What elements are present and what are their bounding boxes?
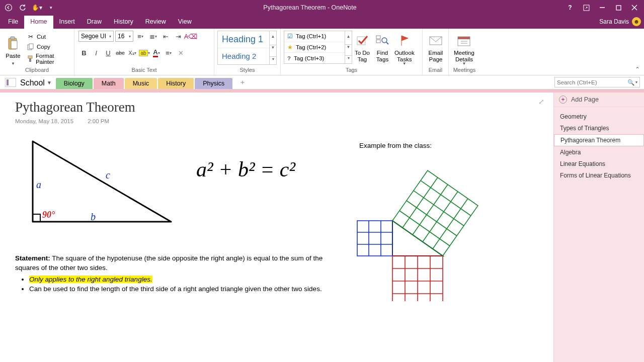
paste-icon — [5, 36, 21, 52]
touch-mode-icon[interactable]: ✋▾ — [30, 2, 43, 14]
underline-button[interactable]: U — [103, 48, 114, 58]
page-item-forms-of-linear-equations[interactable]: Forms of Linear Equations — [554, 170, 644, 181]
page-item-geometry[interactable]: Geometry — [554, 111, 644, 122]
subscript-button[interactable]: X₂▾ — [127, 48, 138, 58]
format-painter-button[interactable]: Format Painter — [25, 52, 71, 66]
maximize-icon[interactable] — [611, 2, 626, 14]
group-label-styles: Styles — [217, 66, 277, 75]
collapse-ribbon-icon[interactable]: ⌃ — [635, 66, 640, 73]
styles-up[interactable]: ▲ — [270, 34, 276, 39]
tags-more[interactable]: ▾ — [345, 55, 352, 60]
svg-text:c: c — [106, 169, 110, 180]
outdent-button[interactable]: ⇤ — [160, 31, 171, 41]
delete-button[interactable]: ✕ — [175, 48, 186, 58]
align-button[interactable]: ≡▾ — [163, 48, 174, 58]
tab-review[interactable]: Review — [139, 16, 172, 29]
paste-button[interactable]: Paste ▼ — [3, 30, 23, 66]
meeting-details-button[interactable]: Meeting Details▼ — [452, 30, 476, 66]
pages-pane: + Add Page Geometry Types of Triangles P… — [553, 93, 644, 362]
todo-tag-button[interactable]: To Do Tag — [352, 30, 372, 66]
bullets-button[interactable]: ≡▾ — [135, 31, 146, 41]
outlook-tasks-button[interactable]: Outlook Tasks▼ — [392, 30, 417, 66]
tags-gallery[interactable]: ☑Tag (Ctrl+1) ★Tag (Ctrl+2) ?Tag (Ctrl+3… — [284, 31, 345, 64]
page-date: Monday, May 18, 2015 — [15, 118, 73, 124]
group-label-clipboard: Clipboard — [3, 66, 71, 75]
section-tab-biology[interactable]: Biology — [56, 78, 93, 89]
undo-icon[interactable] — [16, 2, 29, 14]
clear-format-button[interactable]: A⌫ — [185, 31, 196, 41]
tags-up[interactable]: ▲ — [345, 34, 352, 39]
question-icon: ? — [287, 55, 291, 61]
statement-block[interactable]: Statement: The square of the hypotenuse … — [15, 254, 327, 294]
window-title: Pythagorean Theorem - OneNote — [57, 4, 562, 11]
styles-gallery[interactable]: Heading 1 Heading 2 — [217, 31, 270, 65]
tab-view[interactable]: View — [172, 16, 198, 29]
page-item-pythagorean-theorem[interactable]: Pythagorean Theorem — [554, 134, 644, 146]
svg-rect-12 — [29, 58, 31, 62]
section-tab-music[interactable]: Music — [125, 78, 157, 89]
qat-customize-icon[interactable]: ▾ — [44, 2, 57, 14]
page-item-algebra[interactable]: Algebra — [554, 147, 644, 158]
help-icon[interactable]: ? — [562, 2, 578, 14]
tab-draw[interactable]: Draw — [81, 16, 108, 29]
close-icon[interactable] — [627, 2, 642, 14]
notebook-bar: School ▼ Biology Math Music History Phys… — [0, 75, 644, 89]
page-canvas[interactable]: ⤢ Pythagorean Theorem Monday, May 18, 20… — [0, 93, 553, 362]
notebook-dropdown-icon[interactable]: ▼ — [47, 80, 52, 85]
tags-down[interactable]: ▼ — [345, 44, 352, 49]
bold-button[interactable]: B — [78, 48, 90, 58]
style-heading1[interactable]: Heading 1 — [218, 31, 269, 48]
style-heading2[interactable]: Heading 2 — [218, 48, 269, 65]
svg-rect-3 — [616, 6, 621, 10]
search-input[interactable]: Search (Ctrl+E) 🔍▾ — [554, 77, 640, 87]
fullscreen-icon[interactable] — [579, 2, 594, 14]
font-color-button[interactable]: A▾ — [151, 48, 162, 58]
add-section-button[interactable]: ＋ — [236, 78, 249, 87]
chevron-down-icon[interactable]: ▾ — [635, 80, 637, 84]
section-tab-math[interactable]: Math — [94, 78, 124, 89]
smiley-icon[interactable]: ☻ — [632, 17, 641, 26]
user-area[interactable]: Sara Davis ☻ — [599, 17, 641, 26]
page-item-linear-equations[interactable]: Linear Equations — [554, 158, 644, 169]
notebook-icon[interactable] — [5, 78, 16, 87]
back-icon[interactable] — [2, 2, 15, 14]
brush-icon — [27, 55, 34, 63]
expand-page-icon[interactable]: ⤢ — [538, 98, 544, 106]
star-icon: ★ — [287, 44, 293, 51]
highlight-button[interactable]: ab▾ — [139, 48, 150, 58]
tag-item-3[interactable]: ?Tag (Ctrl+3) — [284, 52, 345, 63]
cut-button[interactable]: ✂Cut — [25, 32, 71, 42]
indent-button[interactable]: ⇥ — [173, 31, 184, 41]
search-icon: 🔍 — [627, 79, 634, 86]
page-title[interactable]: Pythagorean Theorem — [15, 100, 538, 115]
page-item-types-of-triangles[interactable]: Types of Triangles — [554, 123, 644, 134]
email-page-button[interactable]: Email Page — [426, 30, 446, 66]
italic-button[interactable]: I — [91, 48, 102, 58]
tab-history[interactable]: History — [108, 16, 139, 29]
notebook-name[interactable]: School — [20, 78, 45, 87]
title-bar: ✋▾ ▾ Pythagorean Theorem - OneNote ? — [0, 0, 644, 15]
tag-item-2[interactable]: ★Tag (Ctrl+2) — [284, 42, 345, 53]
formula-drawing: a² + b² = c² — [196, 136, 327, 197]
copy-button[interactable]: Copy — [25, 42, 71, 52]
section-tab-physics[interactable]: Physics — [195, 78, 232, 89]
bullet-1: Only applies to the right angled triangl… — [29, 275, 327, 285]
tag-item-1[interactable]: ☑Tag (Ctrl+1) — [284, 31, 345, 42]
tab-file[interactable]: File — [2, 16, 24, 29]
styles-down[interactable]: ▼ — [270, 45, 276, 50]
strike-button[interactable]: abc — [115, 48, 126, 58]
numbering-button[interactable]: ≣▾ — [147, 31, 158, 41]
find-tags-button[interactable]: Find Tags — [372, 30, 392, 66]
font-name-select[interactable]: Segoe UI▾ — [78, 31, 114, 42]
minimize-icon[interactable] — [595, 2, 610, 14]
svg-text:b: b — [91, 211, 96, 222]
svg-rect-28 — [357, 221, 392, 256]
tab-home[interactable]: Home — [24, 16, 53, 29]
styles-more[interactable]: ▾ — [270, 56, 276, 61]
checkbox-icon: ☑ — [287, 33, 293, 40]
add-page-button[interactable]: + Add Page — [554, 93, 644, 107]
tab-insert[interactable]: Insert — [53, 16, 81, 29]
font-size-select[interactable]: 16▾ — [115, 31, 133, 42]
group-label-meetings: Meetings — [452, 66, 477, 75]
section-tab-history[interactable]: History — [158, 78, 194, 89]
